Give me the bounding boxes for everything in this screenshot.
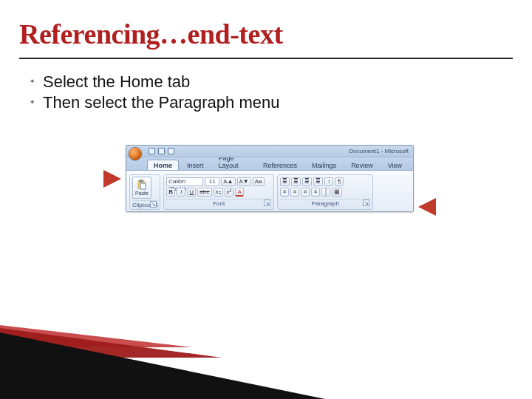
justify-button[interactable]: ≡ <box>311 188 320 197</box>
align-center-button[interactable]: ≡ <box>290 188 299 197</box>
tab-references[interactable]: References <box>256 160 304 170</box>
svg-rect-2 <box>140 183 146 189</box>
font-launcher-icon[interactable]: ↘ <box>264 200 270 206</box>
subscript-button[interactable]: x₂ <box>214 188 223 197</box>
font-size-select[interactable]: 11 <box>205 177 219 186</box>
bullets-button[interactable]: ≣ <box>280 177 290 186</box>
callout-arrow-left <box>103 170 121 188</box>
group-font: Calibri (Body) 11 A▲ A▼ Aa B I U abe x₂ … <box>163 174 274 210</box>
italic-button[interactable]: I <box>177 188 185 197</box>
sort-button[interactable]: ↕ <box>324 177 333 186</box>
word-ribbon: Document1 - Microsoft Home Insert Page L… <box>126 145 414 212</box>
tab-home[interactable]: Home <box>147 160 179 170</box>
shading-button[interactable]: ▦ <box>332 188 342 197</box>
tab-view[interactable]: View <box>381 160 409 170</box>
ribbon-container: Document1 - Microsoft Home Insert Page L… <box>103 145 436 212</box>
window-titlebar: Document1 - Microsoft <box>126 146 413 157</box>
svg-rect-1 <box>140 180 143 182</box>
align-left-button[interactable]: ≡ <box>280 188 289 197</box>
numbering-button[interactable]: ≣ <box>291 177 301 186</box>
strike-button[interactable]: abe <box>197 188 211 197</box>
tab-mailings[interactable]: Mailings <box>305 160 343 170</box>
paste-button[interactable]: Paste <box>132 177 151 199</box>
office-button[interactable] <box>129 147 142 160</box>
tab-review[interactable]: Review <box>344 160 380 170</box>
superscript-button[interactable]: x² <box>225 188 234 197</box>
indent-button[interactable]: ≣ <box>313 177 323 186</box>
qat-undo-icon[interactable] <box>158 148 165 154</box>
bullet-item: Then select the Paragraph menu <box>30 93 279 112</box>
shrink-font-button[interactable]: A▼ <box>237 177 251 186</box>
qat-redo-icon[interactable] <box>168 148 174 154</box>
title-rule <box>19 58 513 59</box>
bold-button[interactable]: B <box>166 188 175 197</box>
show-marks-button[interactable]: ¶ <box>335 177 344 186</box>
window-title-text: Document1 - Microsoft <box>349 148 409 154</box>
paragraph-launcher-icon[interactable]: ↘ <box>363 200 369 206</box>
underline-button[interactable]: U <box>187 188 196 197</box>
ribbon-tabs: Home Insert Page Layout References Maili… <box>126 157 413 171</box>
paste-label: Paste <box>135 191 149 196</box>
bullet-item: Select the Home tab <box>30 72 279 92</box>
callout-arrow-right <box>418 198 436 216</box>
decorative-wedge <box>0 332 325 399</box>
grow-font-button[interactable]: A▲ <box>221 177 235 186</box>
slide-title: Referencing…end-text <box>19 18 283 50</box>
quick-access-toolbar <box>149 148 174 154</box>
group-label-clipboard: Clipboard ↘ <box>132 200 157 208</box>
font-color-button[interactable]: A <box>235 188 244 197</box>
group-label-paragraph: Paragraph ↘ <box>280 199 370 207</box>
tab-insert[interactable]: Insert <box>180 160 211 170</box>
clipboard-launcher-icon[interactable]: ↘ <box>150 201 157 208</box>
group-label-font: Font ↘ <box>166 199 271 207</box>
change-case-button[interactable]: Aa <box>253 177 265 186</box>
align-right-button[interactable]: ≡ <box>301 188 310 197</box>
font-family-select[interactable]: Calibri (Body) <box>166 177 203 186</box>
ribbon-groups: Paste Clipboard ↘ Calibri (Body) 11 A▲ A… <box>126 171 413 211</box>
line-spacing-button[interactable]: │ <box>321 188 330 197</box>
group-paragraph: ≣ ≣ ≣ ≣ ↕ ¶ ≡ ≡ ≡ ≡ │ ▦ Paragraph <box>277 174 373 210</box>
qat-save-icon[interactable] <box>149 148 155 154</box>
group-clipboard: Paste Clipboard ↘ <box>129 174 160 210</box>
bullet-list: Select the Home tab Then select the Para… <box>30 71 279 114</box>
multilevel-button[interactable]: ≣ <box>302 177 312 186</box>
